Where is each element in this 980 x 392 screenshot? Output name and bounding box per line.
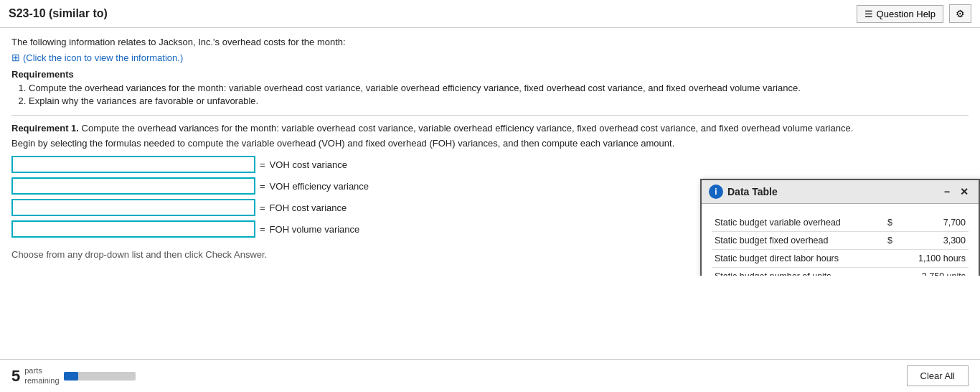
intro-text: The following information relates to Jac… — [11, 37, 969, 47]
main-content: The following information relates to Jac… — [0, 28, 980, 276]
popup-title: Data Table — [727, 186, 778, 197]
click-link-text[interactable]: (Click the icon to view the information.… — [23, 52, 183, 63]
requirements-title: Requirements — [11, 69, 969, 80]
popup-header-left: i Data Table — [709, 185, 778, 199]
click-icon-link[interactable]: ⊞ (Click the icon to view the informatio… — [11, 52, 183, 63]
row-2-label: Static budget fixed overhead — [712, 232, 885, 250]
equals-2: = — [260, 181, 265, 192]
info-icon: i — [709, 185, 723, 199]
minimize-button[interactable]: − — [941, 186, 953, 197]
req1-text: Compute the overhead variances for the m… — [79, 123, 853, 134]
table-icon: ⊞ — [11, 52, 20, 63]
foh-cost-variance-input[interactable] — [11, 199, 255, 216]
voh-cost-variance-input[interactable] — [11, 156, 255, 173]
table-row: Static budget fixed overhead $ 3,300 — [712, 232, 969, 250]
req1-prefix: Requirement 1. — [11, 123, 79, 134]
row-3-value: 1,100 hours — [899, 250, 969, 268]
requirements-list: Compute the overhead variances for the m… — [11, 83, 969, 106]
equals-1: = — [260, 159, 265, 170]
begin-text: Begin by selecting the formulas needed t… — [11, 138, 969, 149]
requirement-item-1: Compute the overhead variances for the m… — [29, 83, 969, 93]
req1-title: Requirement 1. Compute the overhead vari… — [11, 123, 969, 134]
row-3-label: Static budget direct labor hours — [712, 250, 885, 268]
row-1-currency: $ — [885, 214, 899, 232]
row-4-currency — [885, 268, 899, 276]
table-row: Static budget variable overhead $ 7,700 — [712, 214, 969, 232]
data-table-popup: i Data Table − ✕ Static budget variable … — [700, 179, 980, 276]
gear-icon: ⚙ — [956, 8, 965, 19]
popup-body: Static budget variable overhead $ 7,700 … — [702, 204, 979, 276]
row-4-label: Static budget number of units — [712, 268, 885, 276]
question-help-button[interactable]: ☰ Question Help — [857, 5, 943, 23]
page-title: S23-10 (similar to) — [9, 7, 108, 20]
row-2-currency: $ — [885, 232, 899, 250]
gear-button[interactable]: ⚙ — [949, 4, 971, 23]
popup-controls: − ✕ — [941, 186, 971, 197]
requirement-item-2: Explain why the variances are favorable … — [29, 95, 969, 106]
equals-3: = — [260, 202, 265, 213]
top-bar-right: ☰ Question Help ⚙ — [857, 4, 971, 23]
foh-cost-label: FOH cost variance — [270, 202, 347, 213]
row-3-currency — [885, 250, 899, 268]
voh-efficiency-label: VOH efficiency variance — [270, 181, 369, 192]
table-row: Static budget number of units 2,750 unit… — [712, 268, 969, 276]
table-row: Static budget direct labor hours 1,100 h… — [712, 250, 969, 268]
row-4-value: 2,750 units — [899, 268, 969, 276]
top-bar: S23-10 (similar to) ☰ Question Help ⚙ — [0, 0, 980, 28]
close-button[interactable]: ✕ — [957, 186, 971, 197]
voh-cost-label: VOH cost variance — [270, 159, 347, 170]
foh-volume-variance-input[interactable] — [11, 220, 255, 238]
data-table: Static budget variable overhead $ 7,700 … — [712, 214, 969, 276]
requirements-section: Requirements Compute the overhead varian… — [11, 69, 969, 106]
list-icon: ☰ — [864, 9, 873, 19]
variance-row-1: = VOH cost variance — [11, 156, 969, 173]
foh-volume-label: FOH volume variance — [270, 224, 360, 235]
row-2-value: 3,300 — [899, 232, 969, 250]
divider — [11, 115, 969, 116]
row-1-label: Static budget variable overhead — [712, 214, 885, 232]
popup-header: i Data Table − ✕ — [702, 180, 979, 204]
voh-efficiency-variance-input[interactable] — [11, 177, 255, 195]
equals-4: = — [260, 224, 265, 235]
row-1-value: 7,700 — [899, 214, 969, 232]
